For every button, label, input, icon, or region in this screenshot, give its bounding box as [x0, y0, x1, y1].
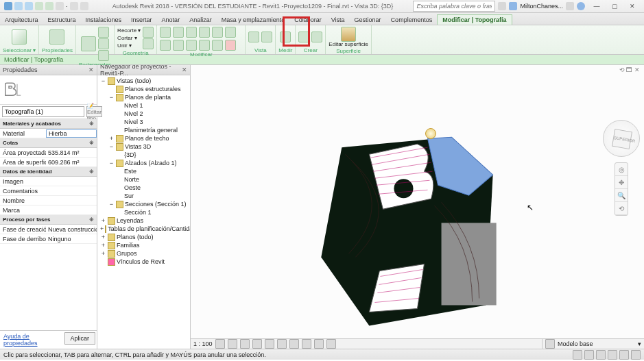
tree-node[interactable]: −Alzados (Alzado 1) [97, 159, 190, 167]
copy-icon[interactable] [98, 38, 109, 49]
qat-save-icon[interactable] [25, 2, 33, 10]
reveal-icon[interactable] [326, 339, 336, 349]
qat-align-icon[interactable] [80, 2, 88, 10]
tree-node[interactable]: Este [97, 167, 190, 175]
prop-category-header[interactable]: Datos de identidad✳ [0, 167, 97, 177]
view-scale[interactable]: 1 : 100 [193, 340, 213, 347]
tree-node[interactable]: +Tablas de planificación/Cantida [97, 225, 190, 233]
cut-item[interactable]: Cortar ▾ [117, 35, 141, 42]
tree-node[interactable]: Oeste [97, 184, 190, 192]
tree-node[interactable]: Sección 1 [97, 208, 190, 216]
navigation-bar[interactable]: ◎ ✥ 🔍 ⟲ [615, 162, 628, 216]
tab-masa-y-emplazamiento[interactable]: Masa y emplazamiento [217, 15, 290, 25]
scale-icon[interactable] [199, 40, 210, 51]
copy-elem-icon[interactable] [199, 27, 210, 38]
tree-node[interactable]: Sur [97, 192, 190, 200]
mirror-icon[interactable] [212, 27, 223, 38]
pin-icon[interactable] [212, 40, 223, 51]
type-selector[interactable] [2, 106, 84, 117]
maximize-button[interactable]: ▢ [606, 1, 623, 12]
qat-open-icon[interactable] [14, 2, 23, 10]
viewcube[interactable]: SUPERIOR [603, 120, 640, 157]
tab-colaborar[interactable]: Colaborar [289, 15, 326, 25]
prop-row[interactable]: MaterialHierba [0, 129, 97, 138]
visual-style-icon[interactable] [228, 339, 237, 349]
tab-anotar[interactable]: Anotar [157, 15, 185, 25]
sun-path-icon[interactable] [240, 339, 250, 349]
prop-row[interactable]: Comentarios [0, 186, 97, 196]
signin-icon[interactable] [509, 2, 517, 10]
tab-vista[interactable]: Vista [326, 15, 350, 25]
tree-node[interactable]: Norte [97, 175, 190, 184]
help-icon[interactable] [577, 2, 585, 10]
tree-node[interactable]: Planos estructurales [97, 85, 190, 93]
tree-node[interactable]: Planimetría general [97, 126, 190, 134]
measure-icon[interactable] [280, 32, 291, 42]
close-button[interactable]: ✕ [623, 1, 641, 12]
filter-icon[interactable] [631, 350, 641, 360]
prop-category-header[interactable]: Proceso por fases✳ [0, 215, 97, 225]
prop-category-header[interactable]: Cotas✳ [0, 138, 97, 148]
tree-node[interactable]: +Planos (todo) [97, 233, 190, 241]
app-menu-icon[interactable] [4, 2, 12, 10]
tree-node[interactable]: Nivel 1 [97, 101, 190, 110]
paste-icon[interactable] [81, 36, 96, 51]
close-icon[interactable]: ✕ [88, 66, 94, 73]
building-pad[interactable] [442, 223, 497, 305]
properties-help-link[interactable]: Ayuda de propiedades [0, 331, 63, 349]
tree-node[interactable]: −Vistas (todo) [97, 77, 190, 85]
cut-icon[interactable] [98, 27, 109, 38]
crop-visible-icon[interactable] [289, 339, 299, 349]
close-icon[interactable]: ✕ [182, 66, 187, 73]
browser-title[interactable]: Navegador de proyectos - Revit1-P...✕ [97, 65, 190, 75]
tab-insertar[interactable]: Insertar [126, 15, 157, 25]
tree-node[interactable]: Nivel 2 [97, 110, 190, 118]
trim-icon[interactable] [160, 40, 171, 51]
select-underlay-icon[interactable] [584, 350, 594, 360]
viewcube-face[interactable]: SUPERIOR [612, 129, 632, 149]
qat-redo-icon[interactable] [45, 2, 53, 10]
infocenter-icon[interactable] [498, 2, 506, 10]
prop-row[interactable]: Marca [0, 206, 97, 215]
tab-gestionar[interactable]: Gestionar [350, 15, 386, 25]
delete-icon[interactable] [225, 40, 236, 51]
join-item[interactable]: Unir ▾ [117, 42, 141, 49]
tree-node[interactable]: −Vistas 3D [97, 142, 190, 151]
shadows-icon[interactable] [252, 339, 262, 349]
split-icon[interactable] [173, 40, 184, 51]
tree-node[interactable]: Nivel 3 [97, 118, 190, 126]
rotate-icon[interactable] [225, 27, 236, 38]
steering-wheel-icon[interactable]: ◎ [615, 163, 628, 176]
move-icon[interactable] [173, 27, 184, 38]
tree-node[interactable]: +Grupos [97, 249, 190, 258]
edit-surface-icon[interactable] [341, 27, 356, 42]
prop-row[interactable]: Fase de derriboNinguno [0, 234, 97, 244]
align-icon[interactable] [160, 27, 171, 38]
detail-level-icon[interactable] [215, 339, 225, 349]
properties-title[interactable]: Propiedades✕ [0, 65, 97, 75]
geom-icon[interactable] [143, 27, 154, 38]
view-icon[interactable] [261, 32, 272, 42]
exchange-icon[interactable] [566, 2, 574, 10]
minimize-button[interactable]: — [588, 1, 606, 12]
lock-icon[interactable] [302, 339, 311, 349]
user-name[interactable]: MiltonChanes... [520, 3, 563, 10]
viewport-3d[interactable]: ⟲ 🗖 ✕ [191, 65, 644, 349]
pan-icon[interactable]: ✥ [615, 176, 628, 189]
create-icon[interactable] [298, 32, 309, 42]
geom-icon[interactable] [143, 38, 154, 49]
prop-row[interactable]: Imagen [0, 177, 97, 186]
qat-undo-icon[interactable] [35, 2, 43, 10]
tree-node[interactable]: +Planos de techo [97, 134, 190, 142]
tree-node[interactable]: +Leyendas [97, 216, 190, 225]
tab-arquitectura[interactable]: Arquitectura [0, 15, 43, 25]
temp-hide-icon[interactable] [314, 339, 324, 349]
tab-instalaciones[interactable]: Instalaciones [81, 15, 127, 25]
workset-icon[interactable] [545, 339, 555, 349]
tree-node[interactable]: Vínculos de Revit [97, 258, 190, 266]
browser-tree[interactable]: −Vistas (todo)Planos estructurales−Plano… [97, 75, 190, 349]
tree-node[interactable]: {3D} [97, 151, 190, 159]
tab-modificar-topograf-a[interactable]: Modificar | Topografía [437, 14, 512, 25]
select-pinned-icon[interactable] [596, 350, 606, 360]
prop-row[interactable]: Nombre [0, 196, 97, 206]
